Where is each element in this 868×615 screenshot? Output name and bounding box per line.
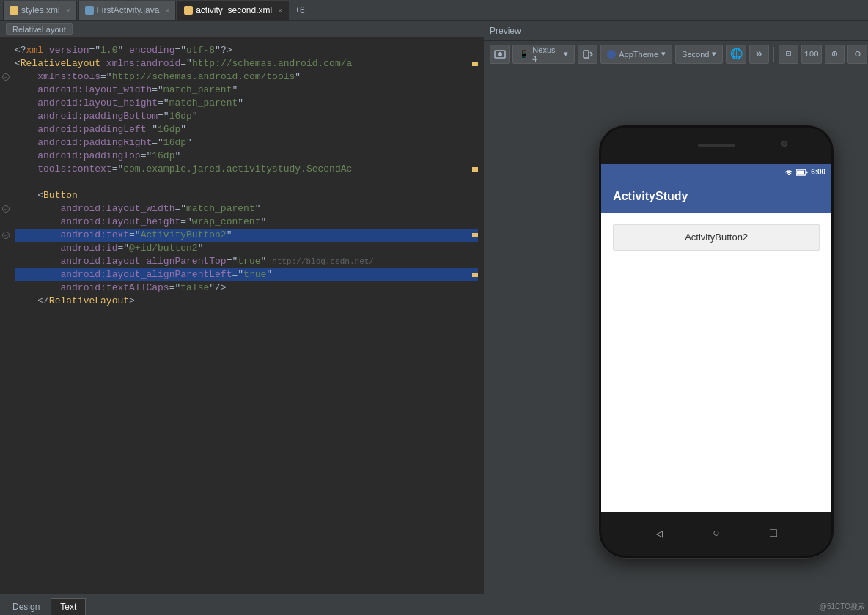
phone-bottom-bezel: ◁ ○ □ (601, 512, 831, 556)
tab-activity-second-xml[interactable]: activity_second.xml × (177, 1, 289, 20)
zoom-percent-icon: 100 (804, 50, 819, 59)
code-panel: RelativeLayout − − − (0, 21, 484, 615)
status-time: 6:00 (811, 168, 825, 176)
code-line-19: android:textAllCaps="false"/> (15, 281, 478, 295)
breadcrumb: RelativeLayout (6, 23, 73, 35)
tab-close-xml[interactable]: × (278, 7, 282, 15)
separator-1 (773, 47, 774, 62)
code-line-7: android:paddingLeft="16dp" (15, 123, 478, 136)
tab-close-styles[interactable]: × (66, 7, 70, 15)
app-bar: ActivityStudy (601, 180, 831, 213)
tab-icon-java (85, 6, 94, 15)
zoom-percent-button[interactable]: 100 (801, 45, 821, 64)
tab-icon-styles (10, 6, 18, 15)
more-button[interactable]: » (749, 45, 769, 64)
code-line-16: android:id="@+id/button2" (15, 242, 478, 255)
tab-label-java: FirstActivity.java (97, 5, 160, 15)
zoom-out-icon: ⊖ (854, 48, 860, 60)
theme-selector[interactable]: AppTheme ▾ (600, 45, 672, 64)
device-icon: 📱 (519, 49, 529, 59)
zoom-out-button[interactable]: ⊖ (847, 45, 867, 64)
zoom-fit-button[interactable]: ⊡ (779, 45, 798, 64)
svg-point-1 (498, 52, 502, 56)
code-line-18: android:layout_alignParentLeft="true" (15, 268, 478, 281)
orientation-button[interactable] (578, 45, 597, 64)
language-icon: 🌐 (730, 48, 743, 60)
code-line-13: android:layout_width="match_parent" (15, 202, 478, 216)
fold-indicator-1[interactable]: − (2, 73, 10, 81)
phone-screen: 6:00 ActivityStudy ActivityButton2 (601, 164, 831, 512)
app-content: ActivityButton2 (601, 213, 831, 512)
activity-label: Second (682, 50, 709, 59)
tab-firstactivity-java[interactable]: FirstActivity.java × (78, 1, 177, 20)
code-line-4: android:layout_width="match_parent" (15, 84, 478, 97)
fold-indicator-2[interactable]: − (2, 205, 10, 213)
svg-rect-6 (797, 170, 804, 174)
nav-home-button[interactable]: ○ (713, 527, 720, 540)
screenshot-button[interactable] (490, 45, 510, 64)
code-line-6: android:paddingBottom="16dp" (15, 110, 478, 123)
code-editor[interactable]: − − − <?xml version="1.0" encoding="utf- (0, 38, 484, 593)
watermark: @51CTO搜索 (820, 602, 865, 612)
preview-panel: Preview ⚙ 📱 Nexus 4 ▾ (484, 21, 868, 615)
language-button[interactable]: 🌐 (726, 45, 746, 64)
zoom-in-icon: ⊕ (831, 48, 837, 60)
preview-button-label: ActivityButton2 (685, 232, 748, 243)
code-line-15: android:text="ActivityButton2" (15, 229, 478, 242)
phone-mockup: 6:00 ActivityStudy ActivityButton2 (599, 125, 834, 558)
phone-camera (781, 141, 787, 147)
battery-icon (796, 169, 808, 176)
breadcrumb-bar: RelativeLayout (0, 21, 484, 38)
code-line-1: <?xml version="1.0" encoding="utf-8"?> (15, 44, 478, 57)
code-line-10: tools:context="com.example.jared.activit… (15, 163, 478, 176)
code-line-17: android:layout_alignParentTop="true" htt… (15, 255, 478, 268)
left-gutter: − − − (0, 38, 12, 593)
tab-close-java[interactable]: × (165, 7, 169, 15)
bottom-tabs: Design Text (0, 593, 484, 615)
theme-icon (607, 50, 616, 59)
code-line-12: <Button (15, 189, 478, 202)
theme-chevron: ▾ (661, 49, 666, 59)
status-icons (784, 169, 808, 176)
preview-toolbar: 📱 Nexus 4 ▾ AppTheme ▾ Second ▾ (484, 41, 868, 67)
nav-back-button[interactable]: ◁ (655, 526, 663, 541)
more-icon: » (756, 48, 763, 61)
csdn-link: http://blog.csdn.net/ (272, 255, 374, 268)
nav-recents-button[interactable]: □ (770, 527, 777, 540)
preview-title: Preview (490, 26, 521, 36)
device-chevron: ▾ (564, 49, 568, 59)
preview-header: Preview ⚙ (484, 21, 868, 41)
code-line-9: android:paddingTop="16dp" (15, 150, 478, 163)
code-line-5: android:layout_height="match_parent" (15, 97, 478, 110)
activity-selector[interactable]: Second ▾ (675, 45, 723, 64)
activity-chevron: ▾ (712, 49, 716, 59)
status-bar: 6:00 (601, 164, 831, 180)
preview-activity-button: ActivityButton2 (613, 224, 820, 251)
device-selector[interactable]: 📱 Nexus 4 ▾ (512, 45, 575, 64)
fold-indicator-3[interactable]: − (2, 232, 10, 239)
tab-label-styles: styles.xml (21, 5, 60, 15)
theme-label: AppTheme (619, 50, 658, 59)
tab-text[interactable]: Text (51, 598, 86, 615)
zoom-in-button[interactable]: ⊕ (825, 45, 845, 64)
tab-styles-xml[interactable]: styles.xml × (3, 1, 77, 20)
phone-top-bezel (601, 128, 831, 164)
code-line-11 (15, 176, 478, 189)
device-label: Nexus 4 (532, 45, 561, 63)
code-line-14: android:layout_height="wrap_content" (15, 216, 478, 229)
svg-rect-7 (806, 171, 808, 173)
code-line-3: xmlns:tools="http://schemas.android.com/… (15, 70, 478, 84)
app-bar-title: ActivityStudy (613, 190, 688, 203)
tab-overflow[interactable]: +6 (290, 4, 309, 17)
code-line-8: android:paddingRight="16dp" (15, 136, 478, 150)
tab-label-xml: activity_second.xml (196, 5, 272, 15)
code-line-20: </RelativeLayout> (15, 295, 478, 308)
zoom-fit-icon: ⊡ (786, 48, 791, 59)
phone-speaker (698, 144, 735, 147)
tab-bar: styles.xml × FirstActivity.java × activi… (0, 0, 868, 21)
tab-design[interactable]: Design (3, 598, 49, 615)
code-lines[interactable]: <?xml version="1.0" encoding="utf-8"?> <… (12, 38, 484, 593)
main-content: RelativeLayout − − − (0, 21, 868, 615)
code-line-2: <RelativeLayout xmlns:android="http://sc… (15, 57, 478, 70)
svg-rect-2 (584, 51, 589, 58)
